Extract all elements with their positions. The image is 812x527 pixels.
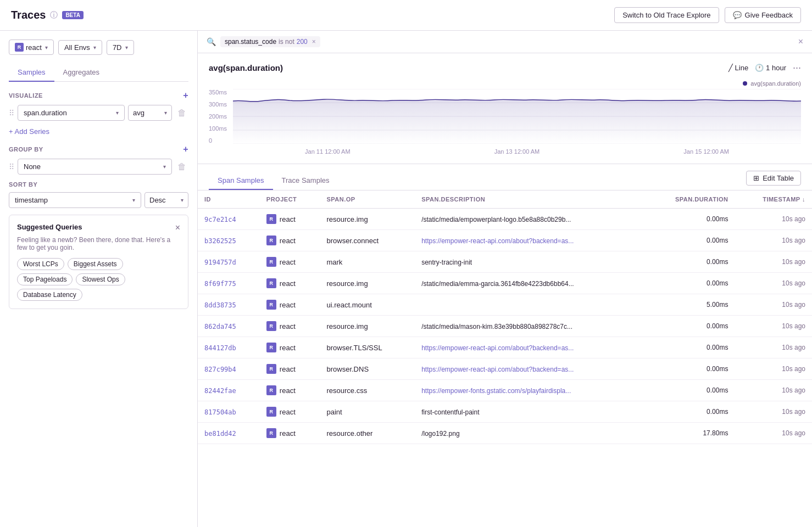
- row-id-link[interactable]: b3262525: [204, 237, 236, 245]
- legend-dot: [743, 81, 747, 86]
- cell-span-desc: /static/media/empowerplant-logo.b5e8a88c…: [415, 209, 643, 230]
- sort-by-label: Sort By: [9, 181, 188, 188]
- drag-handle-icon[interactable]: ⠿: [9, 109, 14, 117]
- cell-duration: 0.00ms: [643, 401, 735, 423]
- chart-header: avg(span.duration) ╱ Line 🕐 1 hour ···: [209, 62, 801, 74]
- project-icon: R: [266, 428, 276, 438]
- row-id-link[interactable]: 9c7e21c4: [204, 216, 236, 223]
- chart-time-button[interactable]: 🕐 1 hour: [755, 64, 786, 72]
- project-icon: R: [266, 343, 276, 352]
- cell-span-op: resource.css: [320, 380, 415, 401]
- cell-project: R react: [260, 401, 320, 423]
- cell-timestamp: 10s ago: [735, 337, 812, 358]
- close-suggested-btn[interactable]: ×: [175, 223, 180, 233]
- sort-dir-select[interactable]: Desc ▾: [144, 192, 188, 208]
- project-select[interactable]: R react ▾: [9, 40, 54, 55]
- tag-database-latency[interactable]: Database Latency: [17, 289, 82, 301]
- table-icon: ⊞: [753, 174, 759, 182]
- time-select[interactable]: 7D ▾: [107, 40, 134, 55]
- suggested-tags: Worst LCPs Biggest Assets Top Pageloads …: [17, 258, 180, 301]
- legend-label: avg(span.duration): [750, 80, 801, 87]
- time-label: 7D: [113, 43, 122, 52]
- project-icon: R: [266, 385, 276, 395]
- agg-select[interactable]: avg ▾: [128, 105, 172, 121]
- give-feedback-button[interactable]: 💬 Give Feedback: [725, 7, 801, 23]
- cell-project: R react: [260, 209, 320, 230]
- delete-series-btn[interactable]: 🗑: [175, 107, 188, 119]
- cell-id: 8dd38735: [198, 294, 260, 316]
- project-icon: R: [266, 407, 276, 417]
- sidebar: R react ▾ All Envs ▾ 7D ▾ Samples Aggreg…: [0, 31, 198, 527]
- project-chevron-icon: ▾: [45, 44, 48, 51]
- cell-timestamp: 10s ago: [735, 380, 812, 401]
- row-id-link[interactable]: 8f69f775: [204, 280, 236, 288]
- clear-all-filters-btn[interactable]: ×: [798, 37, 803, 47]
- delete-group-btn[interactable]: 🗑: [175, 161, 188, 173]
- add-group-btn[interactable]: +: [183, 144, 188, 154]
- edit-table-button[interactable]: ⊞ Edit Table: [746, 171, 801, 186]
- cell-id: 82442fae: [198, 380, 260, 401]
- sidebar-tabs: Samples Aggregates: [9, 64, 188, 82]
- group-by-label: Group By +: [9, 144, 188, 154]
- span-duration-select[interactable]: span.duration ▾: [18, 105, 125, 121]
- table-body: 9c7e21c4 R react resource.img /static/me…: [198, 209, 812, 444]
- tab-span-samples[interactable]: Span Samples: [209, 172, 273, 190]
- project-icon: R: [266, 257, 276, 267]
- add-series-button[interactable]: + Add Series: [9, 127, 188, 136]
- cell-timestamp: 10s ago: [735, 316, 812, 337]
- group-by-select[interactable]: None ▾: [18, 159, 172, 175]
- row-id-link[interactable]: 827c99b4: [204, 366, 236, 373]
- project-name: react: [280, 301, 296, 309]
- header-right: Switch to Old Trace Explore 💬 Give Feedb…: [614, 7, 801, 23]
- row-id-link[interactable]: 9194757d: [204, 259, 236, 266]
- tag-top-pageloads[interactable]: Top Pageloads: [17, 273, 73, 285]
- row-id-link[interactable]: 8dd38735: [204, 301, 236, 309]
- row-id-link[interactable]: 817504ab: [204, 408, 236, 416]
- cell-id: 844127db: [198, 337, 260, 358]
- chart-type-button[interactable]: ╱ Line: [728, 64, 749, 72]
- cell-span-desc: /static/media/mason-kim.83e39bb880a89827…: [415, 316, 643, 337]
- cell-timestamp: 10s ago: [735, 401, 812, 423]
- cell-timestamp: 10s ago: [735, 209, 812, 230]
- desc-link[interactable]: https://empower-fonts.gstatic.com/s/play…: [421, 387, 571, 395]
- tag-slowest-ops[interactable]: Slowest Ops: [76, 273, 125, 285]
- cell-span-op: paint: [320, 401, 415, 423]
- desc-link[interactable]: https://empower-react-api.com/about?back…: [421, 237, 574, 245]
- chart-legend: avg(span.duration): [209, 80, 801, 87]
- info-icon[interactable]: ⓘ: [50, 10, 58, 20]
- filter-chip[interactable]: span.status_code is not 200 ×: [220, 36, 320, 47]
- group-drag-handle-icon[interactable]: ⠿: [9, 162, 14, 171]
- page-title: Traces: [11, 9, 46, 21]
- tab-aggregates[interactable]: Aggregates: [54, 64, 109, 82]
- switch-old-trace-button[interactable]: Switch to Old Trace Explore: [614, 7, 719, 23]
- row-id-link[interactable]: 844127db: [204, 344, 236, 352]
- desc-link[interactable]: https://empower-react-api.com/about?back…: [421, 366, 574, 373]
- env-select[interactable]: All Envs ▾: [58, 40, 102, 55]
- cell-id: be81dd42: [198, 423, 260, 444]
- table-row: b3262525 R react browser.connect https:/…: [198, 230, 812, 251]
- desc-link[interactable]: https://empower-react-api.com/about?back…: [421, 344, 574, 352]
- row-id-link[interactable]: 862da745: [204, 323, 236, 330]
- remove-filter-btn[interactable]: ×: [312, 38, 316, 46]
- table-row: 9c7e21c4 R react resource.img /static/me…: [198, 209, 812, 230]
- tag-worst-lcps[interactable]: Worst LCPs: [17, 258, 64, 270]
- project-name: react: [280, 279, 296, 288]
- sort-field-select[interactable]: timestamp ▾: [9, 192, 141, 208]
- table-row: 8dd38735 R react ui.react.mount 5.00ms 1…: [198, 294, 812, 316]
- chart-more-btn[interactable]: ···: [793, 62, 801, 74]
- project-name: react: [280, 386, 296, 395]
- cell-duration: 0.00ms: [643, 251, 735, 273]
- tag-biggest-assets[interactable]: Biggest Assets: [68, 258, 123, 270]
- tab-trace-samples[interactable]: Trace Samples: [273, 172, 338, 190]
- group-by-field-row: ⠿ None ▾ 🗑: [9, 159, 188, 175]
- row-id-link[interactable]: be81dd42: [204, 430, 236, 438]
- cell-span-desc: /logo192.png: [415, 423, 643, 444]
- clock-icon: 🕐: [755, 64, 764, 72]
- cell-id: 9c7e21c4: [198, 209, 260, 230]
- row-id-link[interactable]: 82442fae: [204, 387, 236, 395]
- tab-samples[interactable]: Samples: [9, 64, 54, 82]
- add-visualize-btn[interactable]: +: [183, 91, 188, 100]
- chart-x-labels: Jan 11 12:00 AM Jan 13 12:00 AM Jan 15 1…: [233, 148, 801, 155]
- cell-timestamp: 10s ago: [735, 230, 812, 251]
- sort-dir-chevron-icon: ▾: [181, 197, 183, 203]
